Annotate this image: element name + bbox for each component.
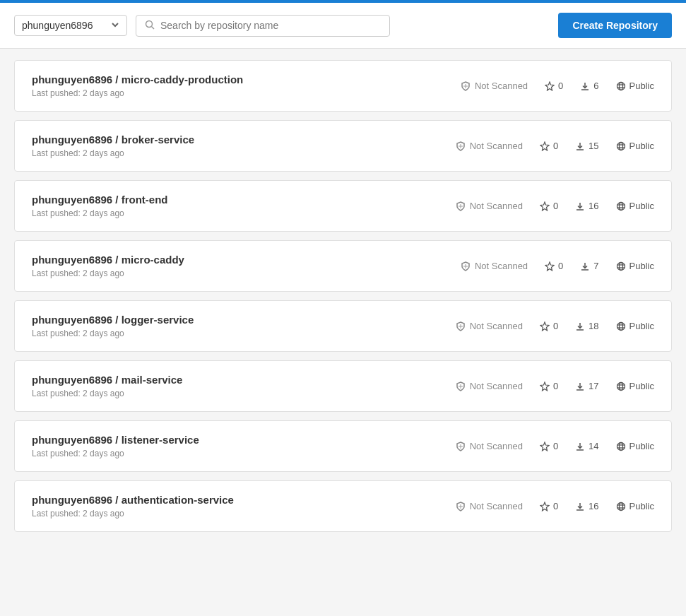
svg-line-1: [152, 26, 155, 29]
repo-full-name: phunguyen6896 / authentication-service: [32, 494, 234, 506]
repo-name-label: mail-service: [122, 374, 183, 386]
stars-count: 0: [553, 501, 558, 511]
scan-status: Not Scanned: [455, 141, 523, 152]
repo-full-name: phunguyen6896 / logger-service: [32, 314, 194, 326]
repo-last-pushed: Last pushed: 2 days ago: [32, 88, 243, 98]
shield-icon: [455, 381, 466, 392]
stars-stat: 0: [545, 81, 563, 91]
repo-card[interactable]: phunguyen6896 / micro-caddy Last pushed:…: [14, 240, 672, 292]
svg-marker-31: [545, 262, 554, 271]
stars-stat: 0: [545, 261, 563, 271]
scan-status-label: Not Scanned: [470, 501, 523, 511]
scan-status: Not Scanned: [460, 81, 528, 92]
star-icon: [540, 141, 550, 151]
svg-marker-22: [540, 202, 549, 211]
repo-info: phunguyen6896 / micro-caddy Last pushed:…: [32, 254, 184, 278]
shield-icon: [455, 501, 466, 512]
scan-status-label: Not Scanned: [470, 321, 523, 331]
downloads-stat: 17: [575, 381, 598, 391]
scan-status-label: Not Scanned: [470, 381, 523, 391]
downloads-stat: 7: [580, 261, 598, 271]
visibility-label: Public: [629, 441, 654, 451]
visibility-label: Public: [629, 141, 654, 151]
repo-name-label: micro-caddy-production: [122, 73, 244, 85]
header: phunguyen6896 Create Repository: [0, 3, 686, 49]
public-icon: [616, 442, 626, 451]
star-icon: [540, 201, 550, 211]
public-icon: [616, 381, 626, 391]
repo-stats: Not Scanned 0 16: [455, 501, 654, 512]
repo-card[interactable]: phunguyen6896 / front-end Last pushed: 2…: [14, 180, 672, 232]
repo-stats: Not Scanned 0 6: [460, 81, 654, 92]
repo-card[interactable]: phunguyen6896 / logger-service Last push…: [14, 300, 672, 352]
download-icon: [580, 81, 590, 91]
stars-stat: 0: [540, 501, 558, 511]
repo-owner-label: phunguyen6896 /: [32, 374, 122, 386]
svg-point-52: [617, 382, 625, 390]
repo-card[interactable]: phunguyen6896 / micro-caddy-production L…: [14, 60, 672, 112]
visibility-label: Public: [629, 381, 654, 391]
repo-name-label: micro-caddy: [122, 254, 184, 266]
repo-info: phunguyen6896 / front-end Last pushed: 2…: [32, 194, 168, 218]
repo-last-pushed: Last pushed: 2 days ago: [32, 389, 182, 398]
svg-point-25: [617, 202, 625, 210]
public-icon: [616, 81, 626, 91]
stars-count: 0: [553, 381, 558, 391]
repo-owner-label: phunguyen6896 /: [32, 194, 122, 206]
svg-point-34: [617, 262, 625, 270]
shield-icon: [455, 321, 466, 332]
scan-status: Not Scanned: [455, 501, 523, 512]
repo-last-pushed: Last pushed: 2 days ago: [32, 449, 199, 458]
repo-stats: Not Scanned 0 7: [460, 261, 654, 272]
svg-marker-4: [545, 82, 554, 90]
visibility-stat: Public: [616, 141, 654, 151]
scan-status: Not Scanned: [455, 321, 523, 332]
download-icon: [575, 502, 585, 511]
svg-point-26: [619, 202, 622, 210]
repo-card[interactable]: phunguyen6896 / listener-service Last pu…: [14, 420, 672, 472]
stars-stat: 0: [540, 381, 558, 391]
downloads-stat: 15: [575, 141, 598, 151]
repo-owner-label: phunguyen6896 /: [32, 314, 122, 326]
stars-stat: 0: [540, 141, 558, 151]
repo-info: phunguyen6896 / mail-service Last pushed…: [32, 374, 182, 398]
downloads-stat: 6: [580, 81, 598, 91]
visibility-label: Public: [629, 261, 654, 271]
repo-card[interactable]: phunguyen6896 / mail-service Last pushed…: [14, 360, 672, 412]
scan-status: Not Scanned: [455, 381, 523, 392]
repo-card[interactable]: phunguyen6896 / broker-service Last push…: [14, 120, 672, 172]
repo-full-name: phunguyen6896 / micro-caddy-production: [32, 73, 243, 85]
download-icon: [575, 141, 585, 151]
stars-stat: 0: [540, 441, 558, 451]
repo-full-name: phunguyen6896 / front-end: [32, 194, 168, 206]
star-icon: [540, 442, 550, 451]
visibility-stat: Public: [616, 261, 654, 271]
user-dropdown[interactable]: phunguyen6896: [14, 15, 127, 36]
repo-name-label: listener-service: [122, 434, 199, 446]
downloads-stat: 16: [575, 501, 598, 511]
downloads-count: 7: [593, 261, 598, 271]
svg-marker-49: [540, 382, 549, 391]
search-container: [136, 15, 390, 37]
create-repository-button[interactable]: Create Repository: [558, 13, 672, 38]
repo-full-name: phunguyen6896 / broker-service: [32, 134, 194, 146]
search-input[interactable]: [160, 20, 381, 31]
svg-point-0: [146, 20, 153, 27]
repo-info: phunguyen6896 / micro-caddy-production L…: [32, 73, 243, 98]
visibility-stat: Public: [616, 441, 654, 451]
chevron-down-icon: [111, 20, 119, 31]
visibility-label: Public: [629, 201, 654, 211]
repo-card[interactable]: phunguyen6896 / authentication-service L…: [14, 480, 672, 532]
repo-last-pushed: Last pushed: 2 days ago: [32, 148, 194, 158]
visibility-label: Public: [629, 81, 654, 91]
repo-full-name: phunguyen6896 / mail-service: [32, 374, 182, 386]
shield-icon: [460, 261, 471, 272]
svg-point-70: [617, 502, 625, 510]
svg-point-62: [619, 442, 622, 450]
public-icon: [616, 201, 626, 211]
repo-stats: Not Scanned 0 15: [455, 141, 654, 152]
svg-point-61: [617, 442, 625, 450]
scan-status-label: Not Scanned: [470, 141, 523, 151]
download-icon: [575, 442, 585, 451]
repo-last-pushed: Last pushed: 2 days ago: [32, 509, 234, 519]
